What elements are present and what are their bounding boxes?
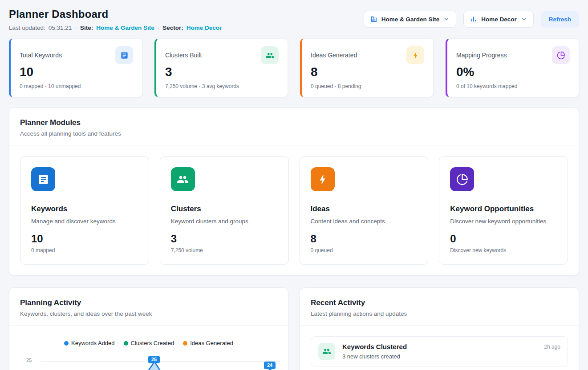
stat-value: 0% [456, 65, 570, 79]
planning-activity-header: Planning Activity Keywords, clusters, an… [9, 288, 288, 326]
site-label: Site: [80, 24, 93, 31]
pie-chart-icon [450, 167, 474, 191]
activity-timestamp: 2h ago [544, 343, 560, 350]
dot-separator: · [75, 24, 77, 31]
legend-label: Keywords Added [71, 340, 115, 346]
module-card-keywords[interactable]: Keywords Manage and discover keywords 10… [20, 156, 149, 265]
module-description: Content ideas and concepts [311, 218, 418, 225]
users-icon [171, 167, 195, 191]
module-card-clusters[interactable]: Clusters Keyword clusters and groups 3 7… [160, 156, 289, 265]
bottom-grid: Planning Activity Keywords, clusters, an… [9, 287, 579, 370]
meta-row: Last updated: 05:31:21 · Site: Home & Ga… [9, 24, 222, 31]
y-axis-tick: 25 [26, 358, 32, 363]
stat-label: Total Keywords [20, 52, 62, 59]
stat-label: Clusters Built [165, 52, 202, 59]
module-title: Keywords [31, 205, 138, 213]
document-icon [115, 46, 133, 64]
building-icon [370, 16, 377, 23]
stat-value: 10 [20, 65, 133, 79]
legend-label: Clusters Created [131, 340, 174, 346]
sector-dropdown-label: Home Decor [481, 16, 517, 23]
keywords-added-area-series [37, 350, 288, 370]
module-sub: 0 mapped [31, 247, 138, 253]
activity-text: Keywords Clustered 3 new clusters create… [342, 343, 407, 360]
section-title: Recent Activity [311, 298, 568, 307]
chevron-down-icon [443, 16, 450, 22]
stat-card-mapping-progress: Mapping Progress 0% 0 of 10 keywords map… [446, 38, 579, 97]
legend-item-clusters-created: Clusters Created [124, 340, 174, 346]
page-title: Planner Dashboard [9, 8, 222, 20]
site-link[interactable]: Home & Garden Site [96, 24, 154, 31]
stat-label: Ideas Generated [311, 52, 357, 59]
module-cards-grid: Keywords Manage and discover keywords 10… [9, 145, 579, 275]
module-title: Clusters [171, 205, 278, 213]
stat-sub: 0 mapped · 10 unmapped [20, 83, 133, 89]
sector-link[interactable]: Home Decor [187, 24, 222, 31]
stat-card-ideas-generated: Ideas Generated 8 0 queued · 8 pending [300, 38, 434, 97]
chart-legend: Keywords Added Clusters Created Ideas Ge… [9, 340, 288, 346]
activity-area-chart: 25 25 24 [9, 350, 288, 370]
site-selector-dropdown[interactable]: Home & Garden Site [364, 11, 457, 28]
bolt-icon [311, 167, 335, 191]
bar-chart-icon [470, 16, 477, 23]
module-value: 8 [311, 233, 418, 245]
module-card-ideas[interactable]: Ideas Content ideas and concepts 8 0 que… [300, 156, 429, 265]
module-value: 10 [31, 233, 138, 245]
header-left: Planner Dashboard Last updated: 05:31:21… [9, 8, 222, 31]
users-icon [318, 343, 335, 360]
activity-description: 3 new clusters created [342, 353, 407, 360]
module-card-keyword-opportunities[interactable]: Keyword Opportunities Discover new keywo… [439, 156, 568, 265]
module-sub: 7,250 volume [171, 247, 278, 253]
section-title: Planning Activity [20, 298, 277, 307]
section-title: Planner Modules [20, 118, 568, 127]
stat-card-clusters-built: Clusters Built 3 7,250 volume · 3 avg ke… [154, 38, 288, 97]
site-dropdown-label: Home & Garden Site [381, 16, 440, 23]
sector-label: Sector: [162, 24, 183, 31]
users-icon [261, 46, 279, 64]
last-updated-label: Last updated: [9, 24, 45, 31]
recent-activity-panel: Recent Activity Latest planning actions … [300, 287, 579, 370]
legend-item-keywords-added: Keywords Added [64, 340, 115, 346]
legend-label: Ideas Generated [190, 340, 233, 346]
section-subtitle: Latest planning actions and updates [311, 310, 568, 317]
module-description: Keyword clusters and groups [171, 218, 278, 225]
stat-cards-row: Total Keywords 10 0 mapped · 10 unmapped… [9, 38, 579, 97]
planning-activity-panel: Planning Activity Keywords, clusters, an… [9, 287, 288, 370]
section-subtitle: Keywords, clusters, and ideas over the p… [20, 310, 277, 317]
activity-list-item: Keywords Clustered 3 new clusters create… [311, 336, 568, 366]
module-title: Keyword Opportunities [450, 205, 557, 213]
point-label-badge: 24 [264, 362, 276, 369]
stat-sub: 0 queued · 8 pending [311, 83, 424, 89]
sector-selector-dropdown[interactable]: Home Decor [463, 11, 534, 28]
legend-dot-green [124, 341, 128, 346]
planner-modules-panel: Planner Modules Access all planning tool… [9, 107, 579, 276]
planner-modules-header: Planner Modules Access all planning tool… [9, 108, 579, 145]
module-sub: 0 queued [311, 247, 418, 253]
pie-chart-icon [552, 46, 570, 64]
module-description: Discover new keyword opportunities [450, 218, 557, 225]
point-label-badge: 25 [148, 356, 160, 363]
module-value: 0 [450, 233, 557, 245]
legend-dot-orange [183, 341, 187, 346]
stat-value: 3 [165, 65, 279, 79]
last-updated-value: 05:31:21 [49, 24, 72, 31]
stat-sub: 0 of 10 keywords mapped [456, 83, 570, 89]
recent-activity-header: Recent Activity Latest planning actions … [300, 288, 579, 326]
bolt-icon [406, 46, 424, 64]
chevron-down-icon [521, 16, 527, 22]
section-subtitle: Access all planning tools and features [20, 130, 568, 137]
planner-dashboard-page: Planner Dashboard Last updated: 05:31:21… [0, 0, 588, 370]
module-title: Ideas [311, 205, 418, 213]
refresh-button[interactable]: Refresh [541, 11, 579, 28]
legend-item-ideas-generated: Ideas Generated [183, 340, 233, 346]
stat-sub: 7,250 volume · 3 avg keywords [165, 83, 279, 89]
module-sub: Discover new keywords [450, 247, 557, 253]
document-icon [31, 167, 55, 191]
stat-value: 8 [311, 65, 424, 79]
stat-card-total-keywords: Total Keywords 10 0 mapped · 10 unmapped [9, 38, 142, 97]
module-value: 3 [171, 233, 278, 245]
activity-title: Keywords Clustered [342, 343, 407, 350]
module-description: Manage and discover keywords [31, 218, 138, 225]
dot-separator: · [158, 24, 160, 31]
header-controls: Home & Garden Site Home Decor Refresh [364, 11, 579, 28]
